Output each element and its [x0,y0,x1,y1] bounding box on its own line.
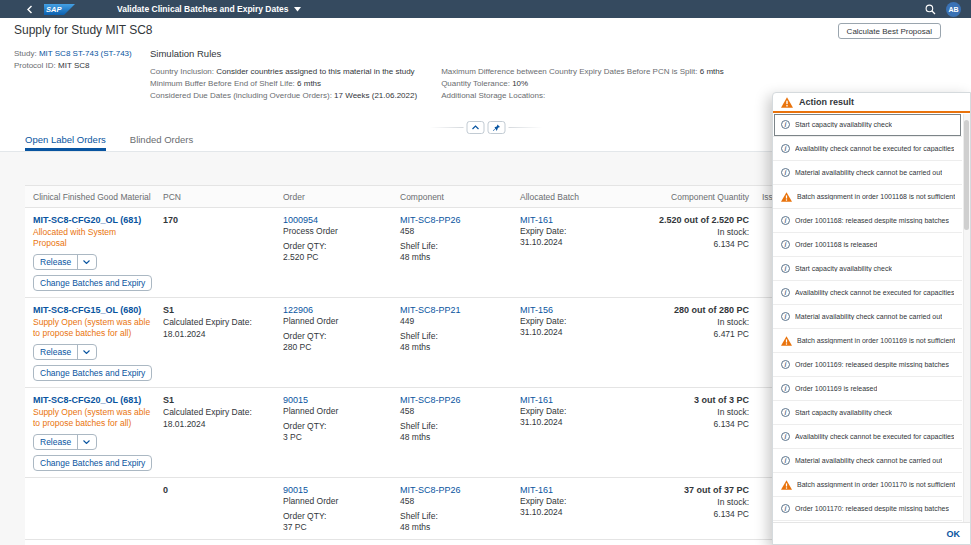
chevron-up-icon [471,125,479,130]
ok-button[interactable]: OK [947,529,961,539]
component-quantity-value: 280 out of 280 PC [634,304,749,316]
study-link[interactable]: MIT SC8 ST-743 (ST-743) [39,49,132,58]
batch-link[interactable]: MIT-161 [520,484,553,496]
warning-icon [781,192,792,202]
batch-link[interactable]: MIT-156 [520,304,553,316]
release-button[interactable]: Release [33,434,97,450]
stock-label: In stock: [634,497,749,508]
order-link[interactable]: 90015 [283,394,308,406]
message-item[interactable]: i Availability check cannot be executed … [773,137,962,161]
tab-blinded-orders[interactable]: Blinded Orders [130,134,193,151]
search-icon[interactable] [925,4,936,15]
allocation-status: Supply Open (system was able to propose … [33,407,155,429]
action-result-popover: Action result i Start capacity availabil… [772,92,971,545]
message-text: Order 1001168 is released [795,241,877,248]
info-icon: i [781,360,790,369]
message-item[interactable]: i Order 1001168: released despite missin… [773,209,962,233]
calc-expiry-label: Calculated Expiry Date: [163,317,275,328]
release-dropdown-arrow[interactable] [77,435,90,449]
tab-open-label-orders[interactable]: Open Label Orders [25,134,106,151]
col-pcn: PCN [155,192,275,202]
component-link[interactable]: MIT-SC8-PP21 [400,304,461,316]
material-link[interactable]: MIT-SC8-CFG15_OL (680) [33,304,141,316]
message-text: Material availability check cannot be ca… [795,457,942,464]
order-link[interactable]: 90015 [283,484,308,496]
calculate-best-proposal-button[interactable]: Calculate Best Proposal [838,23,941,39]
change-batches-button[interactable]: Change Batches and Expiry [33,365,152,381]
back-button[interactable] [22,2,36,16]
release-dropdown-arrow[interactable] [77,255,90,269]
message-text: Order 1001170: released despite missing … [795,505,949,512]
material-actions: Release Change Batches and Expiry [33,249,155,291]
message-item[interactable]: i Availability check cannot be executed … [773,425,962,449]
allocation-status: Supply Open (system was able to propose … [33,317,155,339]
message-item[interactable]: i Batch assignment in order 1001169 is n… [773,329,962,353]
order-qty-value: 3 PC [283,432,392,443]
order-link[interactable]: 1000954 [283,214,318,226]
info-icon: i [781,216,790,225]
shelf-life-value: 48 mths [400,252,512,263]
message-item[interactable]: i Order 1001168 is released [773,233,962,257]
batch-link[interactable]: MIT-161 [520,214,553,226]
message-text: Batch assignment in order 1001168 is not… [797,193,955,200]
scrollbar-thumb[interactable] [964,120,969,230]
message-item[interactable]: i Order 1001169: released despite missin… [773,353,962,377]
order-qty-label: Order QTY: [283,331,392,342]
title-dropdown-icon [294,7,301,12]
popover-footer: OK [773,522,970,544]
order-type: Planned Order [283,316,392,327]
component-link[interactable]: MIT-SC8-PP26 [400,484,461,496]
stock-value: 6.471 PC [634,329,749,340]
message-item[interactable]: i Material availability check cannot be … [773,161,962,185]
message-item[interactable]: i Start capacity availability check [773,257,962,281]
batch-link[interactable]: MIT-161 [520,394,553,406]
stock-label: In stock: [634,407,749,418]
message-item[interactable]: i Batch assignment in order 1001168 is n… [773,185,962,209]
collapse-header-button[interactable] [466,121,484,134]
message-item[interactable]: i Order 1001169 is released [773,377,962,401]
order-link[interactable]: 122906 [283,304,313,316]
expiry-label: Expiry Date: [520,496,634,507]
chevron-left-icon [26,5,33,14]
material-link[interactable]: MIT-SC8-CFG20_OL (681) [33,214,141,226]
stock-value: 6.134 PC [634,509,749,520]
avatar[interactable]: AB [946,2,961,17]
pin-icon [492,124,500,132]
info-icon: i [781,240,790,249]
material-link[interactable]: MIT-SC8-CFG20_OL (681) [33,394,141,406]
message-item[interactable]: i Start capacity availability check [773,401,962,425]
component-link[interactable]: MIT-SC8-PP26 [400,394,461,406]
shelf-life-label: Shelf Life: [400,241,512,252]
component-batch: 449 [400,316,512,327]
stock-label: In stock: [634,317,749,328]
info-icon: i [781,264,790,273]
protocol-value: MIT SC8 [58,61,89,70]
shell-bar: SAP Validate Clinical Batches and Expiry… [0,0,971,18]
expiry-date: 31.10.2024 [520,237,634,248]
component-link[interactable]: MIT-SC8-PP26 [400,214,461,226]
col-component: Component [392,192,512,202]
popover-scrollbar[interactable] [963,114,970,522]
shelf-life-value: 48 mths [400,342,512,353]
chevron-down-icon [83,440,90,444]
change-batches-button[interactable]: Change Batches and Expiry [33,455,152,471]
release-button[interactable]: Release [33,254,97,270]
message-item[interactable]: i Material availability check cannot be … [773,449,962,473]
info-icon: i [781,456,790,465]
app-title-menu[interactable]: Validate Clinical Batches and Expiry Dat… [117,4,301,14]
message-text: Order 1001169 is released [795,385,877,392]
message-item[interactable]: i Batch assignment in order 1001170 is n… [773,473,962,497]
popover-title: Action result [799,97,854,107]
message-item[interactable]: i Availability check cannot be executed … [773,281,962,305]
expiry-label: Expiry Date: [520,406,634,417]
release-dropdown-arrow[interactable] [77,345,90,359]
message-text: Start capacity availability check [795,265,892,272]
release-button[interactable]: Release [33,344,97,360]
message-item[interactable]: i Material availability check cannot be … [773,305,962,329]
pin-header-button[interactable] [487,121,505,134]
order-type: Planned Order [283,496,392,507]
expiry-label: Expiry Date: [520,226,634,237]
message-item[interactable]: i Order 1001170: released despite missin… [773,497,962,521]
change-batches-button[interactable]: Change Batches and Expiry [33,275,152,291]
message-item[interactable]: i Start capacity availability check [773,113,962,137]
